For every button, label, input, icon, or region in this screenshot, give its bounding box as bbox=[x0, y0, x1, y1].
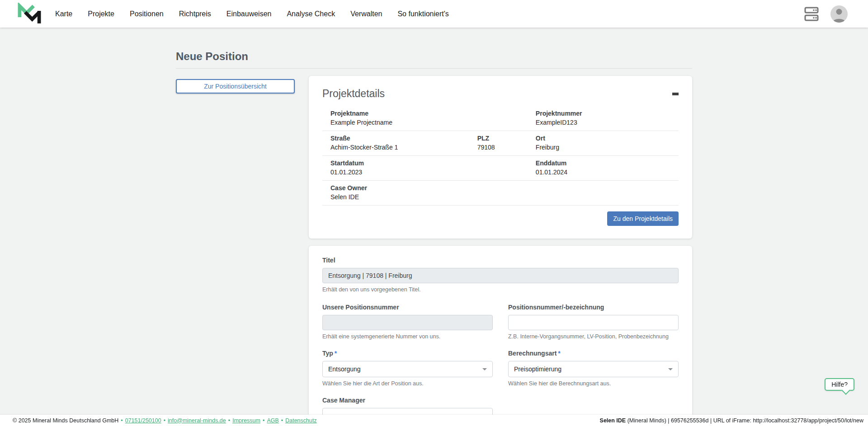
footer-separator: • bbox=[228, 417, 230, 424]
nav-item-so-funktionierts[interactable]: So funktioniert's bbox=[397, 10, 448, 18]
project-details-title: Projektdetails bbox=[322, 88, 385, 100]
titel-input bbox=[322, 268, 679, 283]
positionsnummer-label: Positionsnummer/-bezeichnung bbox=[508, 304, 679, 311]
details-row-name-number: Projektname Example Projectname Projektn… bbox=[322, 106, 679, 131]
details-row-dates: Startdatum 01.01.2023 Enddatum 01.01.202… bbox=[322, 156, 679, 181]
berechnungsart-label: Berechnungsart* bbox=[508, 350, 679, 357]
footer-separator: • bbox=[263, 417, 264, 424]
footer-link-phone[interactable]: 07151/250100 bbox=[125, 417, 161, 424]
footer-link-agb[interactable]: AGB bbox=[267, 417, 278, 424]
footer-session-user: Selen IDE bbox=[600, 417, 626, 424]
startdatum-value: 01.01.2023 bbox=[330, 169, 528, 176]
go-to-project-details-button[interactable]: Zu den Projektdetails bbox=[607, 211, 679, 226]
mineral-minds-logo-icon[interactable] bbox=[17, 3, 42, 25]
projektnummer-label: Projektnummer bbox=[536, 110, 679, 117]
nav-item-projekte[interactable]: Projekte bbox=[88, 10, 114, 18]
case-owner-label: Case Owner bbox=[330, 184, 679, 192]
enddatum-label: Enddatum bbox=[536, 159, 679, 167]
typ-label: Typ* bbox=[322, 350, 493, 357]
nav-item-richtpreis[interactable]: Richtpreis bbox=[179, 10, 211, 18]
projektname-label: Projektname bbox=[330, 110, 528, 117]
chevron-down-icon bbox=[482, 368, 487, 370]
help-button[interactable]: Hilfe? bbox=[825, 378, 854, 391]
nav-item-verwalten[interactable]: Verwalten bbox=[350, 10, 382, 18]
nav-item-karte[interactable]: Karte bbox=[55, 10, 72, 18]
berechnungsart-helper: Wählen Sie hier die Berechnungsart aus. bbox=[508, 380, 679, 387]
strasse-value: Achim-Stocker-Straße 1 bbox=[330, 144, 469, 151]
strasse-label: Straße bbox=[330, 135, 469, 142]
footer-separator: • bbox=[164, 417, 165, 424]
plz-value: 79108 bbox=[477, 144, 528, 151]
footer-separator: • bbox=[121, 417, 123, 424]
case-owner-value: Selen IDE bbox=[330, 193, 679, 201]
chevron-down-icon bbox=[668, 368, 673, 370]
server-stack-icon[interactable] bbox=[804, 6, 819, 22]
main-content: Neue Position Zur Positionsübersicht Pro… bbox=[176, 28, 692, 426]
case-manager-label: Case Manager bbox=[322, 397, 493, 404]
unsere-positionsnummer-label: Unsere Positionsnummer bbox=[322, 304, 493, 311]
required-asterisk: * bbox=[558, 350, 560, 357]
position-overview-button[interactable]: Zur Positionsübersicht bbox=[176, 79, 295, 94]
positionsnummer-input[interactable] bbox=[508, 315, 679, 330]
projektname-value: Example Projectname bbox=[330, 119, 528, 126]
unsere-positionsnummer-helper: Erhält eine systemgenerierte Nummer von … bbox=[322, 333, 493, 340]
unsere-positionsnummer-input bbox=[322, 315, 493, 330]
projektnummer-value: ExampleID123 bbox=[536, 119, 679, 126]
nav-item-analyse-check[interactable]: Analyse Check bbox=[287, 10, 335, 18]
typ-select[interactable]: Entsorgung bbox=[322, 361, 493, 377]
footer: © 2025 Mineral Minds Deutschland GmbH • … bbox=[0, 415, 868, 426]
top-navbar: Karte Projekte Positionen Richtpreis Ein… bbox=[0, 0, 868, 28]
footer-link-email[interactable]: info@mineral-minds.de bbox=[168, 417, 226, 424]
ort-value: Freiburg bbox=[536, 144, 679, 151]
details-row-address: Straße Achim-Stocker-Straße 1 PLZ 79108 … bbox=[322, 131, 679, 156]
page-title: Neue Position bbox=[176, 50, 692, 63]
positionsnummer-helper: Z.B. Interne-Vorgangsnummer, LV-Position… bbox=[508, 333, 679, 340]
berechnungsart-selected-value: Preisoptimierung bbox=[514, 365, 561, 373]
berechnungsart-select[interactable]: Preisoptimierung bbox=[508, 361, 679, 377]
titel-label: Titel bbox=[322, 257, 679, 264]
plz-label: PLZ bbox=[477, 135, 528, 142]
project-details-card: Projektdetails Projektname Example Proje… bbox=[309, 76, 692, 239]
nav-item-einbauweisen[interactable]: Einbauweisen bbox=[226, 10, 272, 18]
details-row-owner: Case Owner Selen IDE bbox=[322, 181, 679, 206]
footer-copyright: © 2025 Mineral Minds Deutschland GmbH bbox=[13, 417, 118, 424]
typ-selected-value: Entsorgung bbox=[328, 365, 361, 373]
user-avatar[interactable] bbox=[830, 5, 848, 23]
required-asterisk: * bbox=[335, 350, 337, 357]
typ-helper: Wählen Sie hier die Art der Position aus… bbox=[322, 380, 493, 387]
startdatum-label: Startdatum bbox=[330, 159, 528, 167]
enddatum-value: 01.01.2024 bbox=[536, 169, 679, 176]
person-icon bbox=[830, 5, 848, 23]
collapse-card-button[interactable] bbox=[670, 90, 679, 98]
main-nav: Karte Projekte Positionen Richtpreis Ein… bbox=[55, 10, 449, 18]
footer-separator: • bbox=[281, 417, 283, 424]
footer-link-impressum[interactable]: Impressum bbox=[232, 417, 260, 424]
title-divider bbox=[176, 68, 692, 69]
nav-item-positionen[interactable]: Positionen bbox=[130, 10, 164, 18]
minus-icon bbox=[672, 93, 679, 95]
new-position-form-card: Titel Erhält den von uns vorgegebenen Ti… bbox=[309, 246, 692, 426]
footer-link-datenschutz[interactable]: Datenschutz bbox=[285, 417, 316, 424]
titel-helper: Erhält den von uns vorgegebenen Titel. bbox=[322, 286, 679, 293]
footer-session-detail: (Mineral Minds) | 69576255536d | URL of … bbox=[626, 417, 863, 424]
footer-session-info: Selen IDE (Mineral Minds) | 69576255536d… bbox=[600, 417, 863, 424]
ort-label: Ort bbox=[536, 135, 679, 142]
